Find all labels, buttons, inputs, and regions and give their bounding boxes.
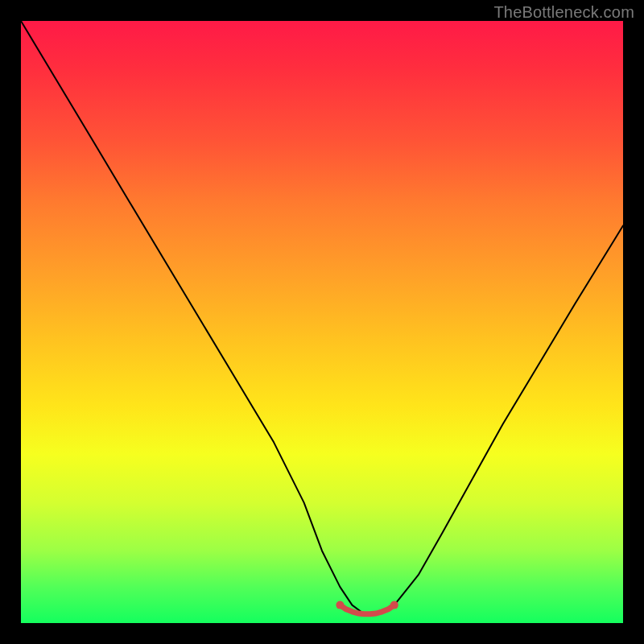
bottom-marker-series (336, 601, 398, 614)
chart-svg (21, 21, 623, 623)
chart-frame: TheBottleneck.com (0, 0, 644, 644)
plot-area (21, 21, 623, 623)
bottom-marker-end (336, 601, 344, 609)
v-curve-line (21, 21, 623, 614)
bottom-marker-end (390, 601, 398, 609)
watermark-text: TheBottleneck.com (493, 3, 634, 22)
bottom-marker-path (340, 605, 394, 614)
